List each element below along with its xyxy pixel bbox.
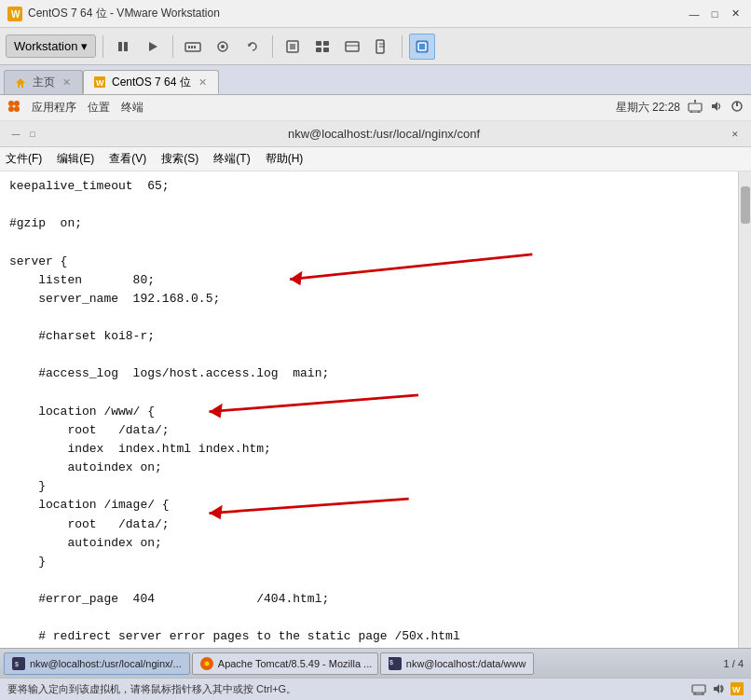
svg-point-29 [14, 101, 20, 106]
terminal-close-btns: ✕ [729, 128, 742, 141]
guest-apps-icon [7, 100, 20, 116]
status-bar: 要将输入定向到该虚拟机，请将鼠标指针移入其中或按 Ctrl+G。 [0, 678, 751, 700]
toolbar-separator-3 [272, 35, 273, 58]
guest-datetime: 星期六 22:28 [616, 100, 680, 116]
sound-icon [710, 100, 723, 116]
revert-button[interactable] [239, 34, 266, 60]
maximize-button[interactable]: □ [706, 6, 723, 22]
menu-terminal[interactable]: 终端(T) [213, 151, 250, 167]
terminal-title: nkw@localhost:/usr/local/nginx/conf [39, 127, 729, 141]
svg-text:W: W [732, 685, 741, 694]
fullscreen-button[interactable] [280, 34, 306, 60]
svg-point-28 [8, 101, 14, 106]
menu-edit[interactable]: 编辑(E) [57, 151, 94, 167]
terminal-menubar: 文件(F) 编辑(E) 查看(V) 搜索(S) 终端(T) 帮助(H) [0, 147, 751, 172]
app-window: W CentOS 7 64 位 - VMware Workstation — □… [0, 0, 751, 700]
tab-centos-close[interactable]: ✕ [197, 76, 209, 89]
minimize-button[interactable]: — [686, 6, 703, 22]
status-message: 要将输入定向到该虚拟机，请将鼠标指针移入其中或按 Ctrl+G。 [7, 682, 296, 696]
tab-home-label: 主页 [33, 75, 55, 90]
tab-centos-label: CentOS 7 64 位 [112, 75, 191, 90]
taskbar-page-indicator: 1 / 4 [724, 658, 747, 669]
vmware-toolbar: Workstation ▾ [0, 28, 751, 65]
taskbar: $ nkw@localhost:/usr/local/nginx/... Apa… [0, 648, 751, 678]
close-button[interactable]: ✕ [727, 6, 744, 22]
terminal-close-btn[interactable]: ✕ [729, 128, 742, 141]
guest-terminal-label[interactable]: 终端 [121, 100, 143, 116]
svg-rect-3 [124, 42, 128, 51]
svg-marker-4 [149, 42, 157, 51]
terminal-2-icon: $ [389, 657, 402, 670]
svg-marker-25 [16, 78, 25, 88]
taskbar-firefox[interactable]: Apache Tomcat/8.5.49 - Mozilla ... [192, 652, 378, 675]
status-sound-icon [712, 682, 725, 697]
svg-rect-6 [188, 46, 190, 48]
vm-icon: W [93, 75, 106, 89]
guest-places-label[interactable]: 位置 [88, 100, 110, 116]
restore-button[interactable] [409, 34, 435, 60]
unity-button[interactable] [309, 34, 335, 60]
tab-home-close[interactable]: ✕ [61, 76, 73, 89]
toolbar-separator-1 [102, 35, 103, 58]
terminal-1-icon: $ [12, 657, 25, 670]
svg-rect-53 [692, 685, 705, 693]
svg-rect-8 [194, 46, 196, 48]
workstation-label: Workstation [14, 39, 77, 53]
snapshot-button[interactable] [210, 34, 236, 60]
tab-home[interactable]: 主页 ✕ [4, 70, 83, 94]
taskbar-terminal-1[interactable]: $ nkw@localhost:/usr/local/nginx/... [4, 652, 190, 675]
terminal-minimize-btn[interactable]: — [9, 128, 22, 141]
send-ctrlaltdel-button[interactable] [180, 34, 206, 60]
network-status-icon [688, 100, 703, 116]
play-button[interactable] [140, 34, 166, 60]
terminal-content[interactable]: keepalive_timeout 65; #gzip on; server {… [0, 172, 751, 648]
guest-apps-label[interactable]: 应用程序 [32, 100, 76, 116]
menu-file[interactable]: 文件(F) [6, 151, 42, 167]
guest-menubar: 应用程序 位置 终端 星期六 22:28 [0, 95, 751, 121]
svg-point-50 [204, 661, 209, 666]
menu-view[interactable]: 查看(V) [109, 151, 146, 167]
audio-button[interactable] [369, 34, 395, 60]
terminal-window: — □ nkw@localhost:/usr/local/nginx/conf … [0, 121, 751, 648]
vmware-title-text: CentOS 7 64 位 - VMware Workstation [28, 6, 686, 21]
taskbar-terminal-2[interactable]: $ nkw@localhost:/data/www [380, 652, 535, 675]
svg-marker-38 [712, 102, 717, 111]
terminal-content-area: keepalive_timeout 65; #gzip on; server {… [0, 172, 751, 648]
workstation-menu-button[interactable]: Workstation ▾ [6, 34, 96, 58]
pause-button[interactable] [110, 34, 136, 60]
shrink-button[interactable] [339, 34, 365, 60]
svg-rect-18 [346, 42, 359, 51]
svg-point-31 [14, 106, 20, 112]
svg-rect-13 [290, 44, 295, 49]
svg-rect-16 [316, 48, 321, 52]
terminal-window-controls: — □ [9, 128, 39, 141]
power-icon[interactable] [731, 100, 744, 116]
scroll-thumb[interactable] [741, 186, 750, 224]
vmware-logo: W [7, 7, 22, 21]
svg-point-30 [8, 106, 14, 112]
taskbar-firefox-label: Apache Tomcat/8.5.49 - Mozilla ... [218, 658, 373, 669]
svg-text:W: W [96, 78, 104, 88]
code-display: keepalive_timeout 65; #gzip on; server {… [9, 177, 732, 647]
status-network-icon [691, 682, 706, 697]
taskbar-terminal-2-label: nkw@localhost:/data/www [406, 658, 526, 669]
scrollbar[interactable] [738, 172, 751, 648]
menu-help[interactable]: 帮助(H) [266, 151, 304, 167]
home-icon [14, 76, 27, 89]
svg-rect-2 [118, 42, 122, 51]
svg-point-37 [694, 100, 696, 102]
svg-text:$: $ [15, 661, 19, 667]
menu-search[interactable]: 搜索(S) [161, 151, 198, 167]
svg-marker-57 [714, 684, 719, 693]
firefox-icon [200, 657, 213, 670]
guest-menu-right: 星期六 22:28 [616, 100, 744, 116]
svg-rect-7 [191, 46, 193, 48]
tab-centos[interactable]: W CentOS 7 64 位 ✕ [83, 70, 219, 94]
terminal-restore-btn[interactable]: □ [26, 128, 39, 141]
toolbar-separator-2 [172, 35, 173, 58]
guest-menu-left: 应用程序 位置 终端 [7, 100, 143, 116]
terminal-titlebar: — □ nkw@localhost:/usr/local/nginx/conf … [0, 121, 751, 147]
svg-rect-15 [323, 41, 329, 46]
status-vm-icon: W [731, 682, 744, 697]
svg-rect-14 [316, 41, 321, 46]
